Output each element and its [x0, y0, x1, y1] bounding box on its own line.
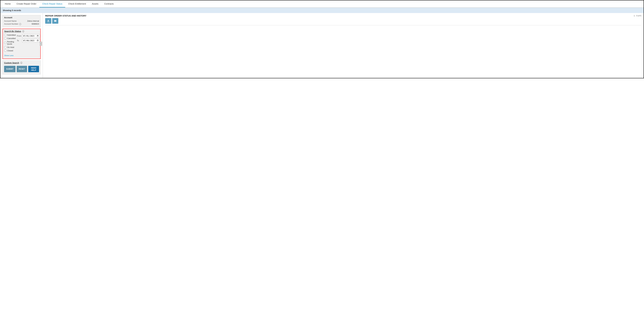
account-name-value: Zebra Internal: [27, 20, 39, 22]
sidebar: Account Account Name Zebra Internal Acco…: [0, 13, 43, 78]
account-name-label: Account Name: [4, 20, 16, 22]
checkbox-pending-quote-input[interactable]: [4, 42, 6, 44]
account-number-info-icon[interactable]: i: [19, 23, 21, 25]
checkboxes-col: Submitted Cancelled Pending Quote On Hol…: [4, 34, 16, 53]
checkbox-pending-quote: Pending Quote: [4, 41, 16, 45]
submit-button[interactable]: SUBMIT: [4, 66, 16, 72]
to-label: To: [17, 40, 21, 42]
from-date-input[interactable]: [22, 34, 40, 38]
nav-check-entitlement[interactable]: Check Entitlement: [65, 0, 89, 8]
checkbox-closed: Closed: [4, 50, 16, 52]
nav-home[interactable]: Home: [2, 0, 14, 8]
checkbox-submitted: Submitted: [4, 34, 16, 36]
action-buttons: SUBMIT RESET NEED HELP: [4, 66, 39, 72]
svg-rect-0: [47, 22, 49, 22]
checkbox-pending-quote-label: Pending Quote: [7, 41, 16, 45]
account-number-row: Account Number i 6088923: [4, 23, 39, 25]
date-from-row: From: [17, 34, 40, 38]
show-less-link[interactable]: Show Less: [4, 54, 39, 56]
checkbox-cancelled: Cancelled: [4, 37, 16, 40]
nav-bar: Home Create Repair Order Check Repair St…: [0, 0, 644, 8]
date-range-col: From To: [17, 34, 40, 53]
content-top: REPAIR ORDER STATUS AND HISTORY 1 - 5 of…: [45, 14, 641, 17]
custom-search-info-icon[interactable]: i: [20, 62, 22, 64]
toolbar: [45, 18, 641, 24]
account-name-row: Account Name Zebra Internal: [4, 20, 39, 22]
checkbox-cancelled-label: Cancelled: [7, 37, 16, 40]
status-body: Submitted Cancelled Pending Quote On Hol…: [4, 34, 39, 53]
nav-assets[interactable]: Assets: [89, 0, 101, 8]
custom-search-header: Custom Search i: [4, 62, 39, 64]
search-by-status-info-icon[interactable]: i: [22, 30, 24, 32]
download-button[interactable]: [45, 18, 51, 24]
checkbox-on-hold-label: On Hold: [7, 46, 14, 48]
collapse-arrow[interactable]: ‹: [40, 42, 42, 46]
account-header: Account: [4, 16, 39, 19]
checkbox-closed-input[interactable]: [4, 50, 6, 52]
pagination-label: 1 - 5 of 5: [634, 14, 641, 17]
reset-button[interactable]: RESET: [17, 66, 27, 72]
custom-search-section: Custom Search i SUBMIT RESET NEED HELP: [2, 60, 41, 74]
search-by-status-section: Search By Status i Submitted Cancelled: [2, 29, 41, 59]
svg-rect-2: [55, 20, 56, 22]
account-section: Account Account Name Zebra Internal Acco…: [2, 15, 41, 27]
content-area: REPAIR ORDER STATUS AND HISTORY 1 - 5 of…: [43, 13, 644, 78]
record-banner: Showing 5 records: [0, 8, 644, 13]
checkbox-on-hold-input[interactable]: [4, 46, 6, 48]
columns-button[interactable]: [52, 18, 58, 24]
need-help-button[interactable]: NEED HELP: [28, 66, 39, 72]
to-date-input[interactable]: [22, 39, 40, 42]
svg-rect-3: [56, 20, 56, 22]
record-count-text: Showing 5 records: [3, 9, 21, 12]
repair-order-section-title: REPAIR ORDER STATUS AND HISTORY: [45, 14, 86, 17]
account-number-label: Account Number i: [4, 23, 21, 25]
svg-rect-1: [54, 20, 55, 22]
checkbox-submitted-input[interactable]: [4, 34, 6, 36]
date-to-row: To: [17, 39, 40, 42]
checkbox-closed-label: Closed: [7, 50, 13, 52]
from-label: From: [17, 35, 21, 37]
main-layout: Account Account Name Zebra Internal Acco…: [0, 13, 644, 78]
checkbox-submitted-label: Submitted: [7, 34, 16, 36]
nav-create-repair-order[interactable]: Create Repair Order: [14, 0, 39, 8]
checkbox-cancelled-input[interactable]: [4, 37, 6, 39]
nav-contracts[interactable]: Contracts: [101, 0, 116, 8]
account-number-value: 6088923: [32, 23, 39, 25]
nav-check-repair-status[interactable]: Check Repair Status: [39, 0, 65, 8]
checkbox-on-hold: On Hold: [4, 46, 16, 48]
search-by-status-header: Search By Status i: [4, 30, 39, 32]
